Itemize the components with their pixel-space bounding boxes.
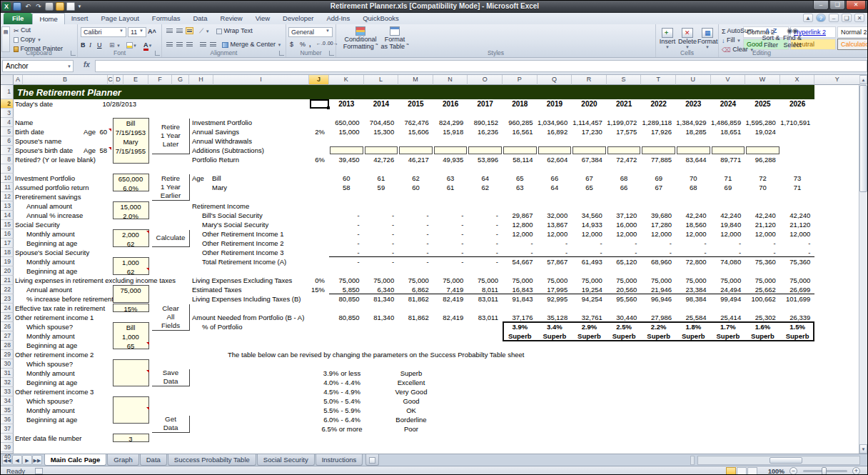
row-header-1[interactable]: 1: [1, 85, 14, 99]
percent-button[interactable]: %: [300, 41, 306, 48]
row-header-35[interactable]: 35: [1, 406, 14, 415]
additions-input-box-2022[interactable]: [642, 146, 675, 154]
row-header-40[interactable]: 40: [1, 452, 14, 454]
column-header-Q[interactable]: Q: [538, 75, 572, 85]
input-box-rows-10-11[interactable]: 650,0006.0%: [113, 174, 149, 191]
cut-button[interactable]: ✂ Cut: [14, 26, 31, 34]
row-header-16[interactable]: 16: [1, 229, 14, 239]
column-header-T[interactable]: T: [641, 75, 676, 85]
column-header-N[interactable]: N: [433, 75, 468, 85]
sheet-tab-instructions[interactable]: Instructions: [316, 454, 363, 466]
row-header-29[interactable]: 29: [1, 350, 14, 359]
scroll-down-icon[interactable]: ▼: [859, 444, 867, 454]
fx-icon[interactable]: fx: [84, 61, 90, 69]
sheet-tab-main-calc-page[interactable]: Main Calc Page: [44, 454, 107, 466]
vertical-scroll-thumb[interactable]: [859, 85, 867, 192]
row-header-18[interactable]: 18: [1, 248, 14, 257]
ribbon-tab-page-layout[interactable]: Page Layout: [94, 13, 145, 24]
row-header-38[interactable]: 38: [1, 434, 14, 443]
additions-input-box-2025[interactable]: [746, 146, 779, 154]
additions-input-box-2018[interactable]: [503, 146, 537, 154]
name-box-dropdown-icon[interactable]: ▼: [67, 64, 71, 69]
row-header-2[interactable]: 2: [1, 99, 14, 109]
workbook-close-icon[interactable]: ✕: [854, 14, 864, 22]
additions-input-box-2023[interactable]: [677, 146, 710, 154]
sheet-tab-graph[interactable]: Graph: [107, 454, 138, 466]
input-box-rows-22-23[interactable]: 75,000: [113, 285, 149, 303]
currency-button[interactable]: $: [290, 41, 293, 48]
format-cells-button[interactable]: ▦Format▼: [697, 28, 717, 49]
autosum-button[interactable]: Σ AutoSum ▼: [722, 27, 760, 35]
row-header-33[interactable]: 33: [1, 387, 14, 396]
alignment-dialog-launcher[interactable]: [279, 51, 284, 56]
column-header-S[interactable]: S: [607, 75, 642, 85]
save-data-button[interactable]: SaveData: [152, 369, 190, 386]
fill-button[interactable]: ↓ Fill ▼: [722, 36, 741, 44]
additions-input-box-2020[interactable]: [572, 146, 606, 154]
clipboard-dialog-launcher[interactable]: [71, 51, 76, 56]
row-header-9[interactable]: 9: [1, 164, 14, 174]
input-box-rows-38-38[interactable]: 3: [113, 434, 149, 442]
row-header-26[interactable]: 26: [1, 322, 14, 331]
borders-button[interactable]: ⊞ ▼: [109, 41, 121, 49]
sheet-nav-last-icon[interactable]: ▶▶: [32, 455, 42, 465]
row-header-7[interactable]: 7: [1, 146, 14, 155]
close-button[interactable]: ✕: [846, 1, 866, 10]
row-header-28[interactable]: 28: [1, 341, 14, 350]
workbook-minimize-icon[interactable]: –: [829, 14, 839, 22]
row-header-14[interactable]: 14: [1, 211, 14, 220]
horizontal-scroll-thumb[interactable]: [769, 457, 802, 464]
increase-indent-icon[interactable]: [209, 41, 217, 48]
insert-worksheet-tab[interactable]: [365, 454, 379, 466]
selected-cell[interactable]: [310, 99, 329, 109]
column-header-O[interactable]: O: [468, 75, 503, 85]
name-box[interactable]: Anchor▼: [2, 60, 74, 72]
sheet-tab-social-security[interactable]: Social Security: [257, 454, 315, 466]
ribbon-tab-file[interactable]: File: [4, 13, 32, 24]
sheet-tab-data[interactable]: Data: [140, 454, 167, 466]
additions-input-box-2016[interactable]: [434, 146, 468, 154]
column-header-D[interactable]: D: [113, 75, 123, 85]
column-header-L[interactable]: L: [364, 75, 399, 85]
align-left-icon[interactable]: [166, 41, 173, 48]
row-header-21[interactable]: 21: [1, 276, 14, 285]
zoom-slider[interactable]: [803, 470, 847, 472]
grow-font-button[interactable]: A˄: [148, 28, 156, 35]
insert-cells-button[interactable]: +Insert▼: [657, 28, 677, 49]
row-header-39[interactable]: 39: [1, 443, 14, 452]
row-header-17[interactable]: 17: [1, 239, 14, 248]
ribbon-tab-data[interactable]: Data: [186, 13, 213, 24]
conditional-formatting-button[interactable]: Conditional Formatting ˜: [342, 26, 379, 50]
additions-input-box-2021[interactable]: [607, 146, 641, 154]
ribbon-tab-home[interactable]: Home: [32, 13, 64, 24]
column-header-J[interactable]: J: [309, 75, 329, 85]
ribbon-tab-review[interactable]: Review: [214, 13, 249, 24]
input-box-rows-24-24[interactable]: 15%: [113, 304, 149, 312]
row-header-36[interactable]: 36: [1, 415, 14, 424]
input-box-rows-26-28[interactable]: Bill1,00065: [113, 322, 149, 349]
additions-input-box-2013[interactable]: [330, 146, 363, 154]
column-header-V[interactable]: V: [711, 75, 746, 85]
page-break-view-icon[interactable]: [747, 467, 757, 475]
help-icon[interactable]: ?: [816, 14, 826, 22]
macro-record-icon[interactable]: [35, 468, 43, 474]
row-header-37[interactable]: 37: [1, 424, 14, 434]
restore-button[interactable]: ❏: [829, 1, 845, 10]
row-header-11[interactable]: 11: [1, 183, 14, 192]
italic-button[interactable]: I: [89, 41, 91, 49]
row-header-6[interactable]: 6: [1, 136, 14, 146]
column-header-G[interactable]: G: [172, 75, 189, 85]
column-header-P[interactable]: P: [503, 75, 538, 85]
row-header-30[interactable]: 30: [1, 359, 14, 369]
wrap-text-button[interactable]: Wrap Text: [216, 27, 253, 34]
scroll-up-icon[interactable]: ▲: [859, 75, 867, 84]
decrease-indent-icon[interactable]: [199, 41, 207, 48]
comma-button[interactable]: ,: [309, 41, 311, 48]
row-header-27[interactable]: 27: [1, 331, 14, 341]
row-header-8[interactable]: 8: [1, 155, 14, 164]
clear-all-fields-button[interactable]: ClearAllFields: [152, 304, 190, 331]
sheet-tab-success-probabilty-table[interactable]: Success Probabilty Table: [168, 454, 256, 466]
orientation-button[interactable]: ⟋ ▼: [199, 27, 210, 35]
calculate-button[interactable]: Calculate: [152, 230, 190, 247]
row-header-12[interactable]: 12: [1, 192, 14, 201]
